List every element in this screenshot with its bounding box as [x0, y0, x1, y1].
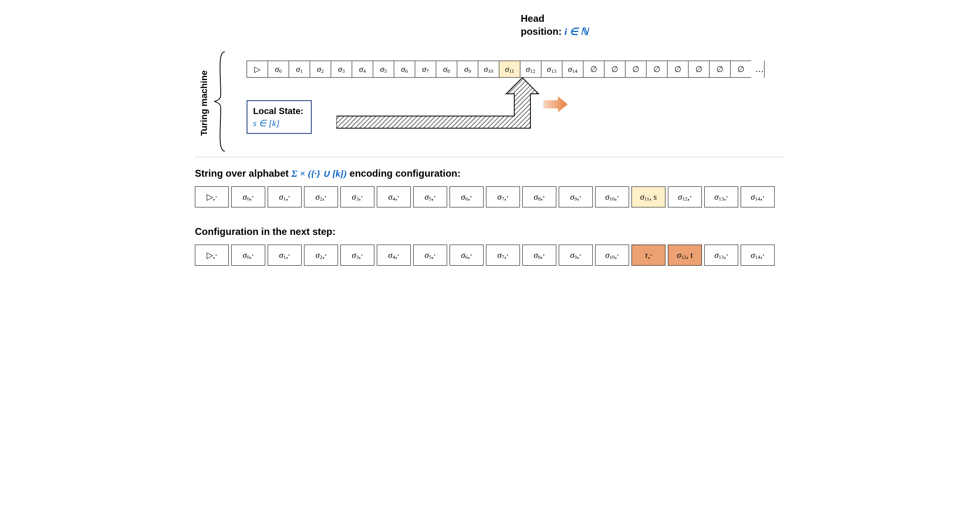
head-arrow-icon	[336, 78, 547, 130]
config-cell: σ13,·	[704, 186, 738, 207]
config-cell: σ10,·	[595, 245, 629, 266]
tape-cell: σ10	[478, 61, 499, 78]
config-cell: σ0,·	[231, 245, 265, 266]
config-cell: σ3,·	[340, 245, 374, 266]
tape-cell: σ1	[289, 61, 310, 78]
tape-cell: σ13	[541, 61, 562, 78]
config-cell: σ12, t	[668, 245, 702, 266]
tape-cell: σ9	[457, 61, 478, 78]
tape-cell: σ4	[352, 61, 373, 78]
local-state-title: Local State:	[253, 105, 304, 117]
tape-cell: σ8	[436, 61, 457, 78]
config-cell: σ8,·	[522, 245, 556, 266]
tape-cell: σ3	[331, 61, 352, 78]
config-cell: σ12,·	[668, 186, 702, 207]
tape-cell: ∅	[625, 61, 646, 78]
config-cell: τ,·	[632, 245, 665, 266]
tape-cell: σ2	[310, 61, 331, 78]
head-position-label: Head position: i ∈ ℕ	[521, 12, 588, 38]
config-cell: σ0,·	[231, 186, 265, 207]
tape-cell: ∅	[730, 61, 751, 78]
tape-cell: ∅	[583, 61, 604, 78]
config-cell: σ4,·	[377, 186, 411, 207]
tape-cell: σ0	[268, 61, 289, 78]
tape-cell: ∅	[646, 61, 667, 78]
head-label-line2: position: i ∈ ℕ	[521, 25, 588, 38]
config-cell: σ6,·	[450, 186, 484, 207]
config-cell: σ5,·	[413, 186, 447, 207]
turing-machine-panel: Turing machine Head position: i ∈ ℕ ▷σ0σ…	[195, 12, 785, 154]
tape-cell: σ5	[373, 61, 394, 78]
config-cell: σ8,·	[522, 186, 556, 207]
config-cell: σ2,·	[304, 245, 338, 266]
tape: ▷σ0σ1σ2σ3σ4σ5σ6σ7σ8σ9σ10σ11σ12σ13σ14∅∅∅∅…	[247, 61, 765, 78]
tape-ellipsis: …	[751, 61, 764, 78]
config-cell: σ1,·	[268, 245, 302, 266]
config-cell: ▷,·	[195, 245, 229, 266]
move-right-arrow-icon	[543, 95, 568, 113]
divider	[195, 157, 785, 157]
config-row-next: ▷,·σ0,·σ1,·σ2,·σ3,·σ4,·σ5,·σ6,·σ7,·σ8,·σ…	[195, 245, 785, 266]
tape-cell: σ6	[394, 61, 415, 78]
config-cell: σ6,·	[450, 245, 484, 266]
config-cell: σ1,·	[268, 186, 302, 207]
config-cell: σ2,·	[304, 186, 338, 207]
config-cell: σ9,·	[559, 186, 593, 207]
config-cell: σ4,·	[377, 245, 411, 266]
tape-cell: ∅	[688, 61, 709, 78]
config-cell: σ7,·	[486, 186, 520, 207]
config-cell: σ14,·	[741, 245, 775, 266]
config-cell: σ10,·	[595, 186, 629, 207]
section2-title: Configuration in the next step:	[195, 226, 785, 237]
section1-title: String over alphabet Σ × ({·} ∪ [k]) enc…	[195, 168, 785, 179]
tape-cell: σ12	[520, 61, 541, 78]
config-cell: σ5,·	[413, 245, 447, 266]
config-cell: σ7,·	[486, 245, 520, 266]
config-cell: σ3,·	[340, 186, 374, 207]
config-cell: σ14,·	[741, 186, 775, 207]
vertical-label: Turing machine	[198, 53, 210, 154]
config-cell: ▷,·	[195, 186, 229, 207]
local-state-box: Local State: s ∈ [k]	[247, 100, 312, 134]
tape-cell: ∅	[709, 61, 730, 78]
brace-icon	[213, 51, 226, 152]
vertical-label-text: Turing machine	[199, 70, 209, 136]
tape-cell: ▷	[247, 61, 268, 78]
config-cell: σ13,·	[704, 245, 738, 266]
config-cell: σ11, s	[632, 186, 665, 207]
tape-cell: σ11	[499, 61, 520, 78]
local-state-math: s ∈ [k]	[253, 117, 304, 129]
config-cell: σ9,·	[559, 245, 593, 266]
config-row-current: ▷,·σ0,·σ1,·σ2,·σ3,·σ4,·σ5,·σ6,·σ7,·σ8,·σ…	[195, 186, 785, 207]
head-label-line1: Head	[521, 12, 588, 25]
tape-cell: σ7	[415, 61, 436, 78]
tape-cell: ∅	[667, 61, 688, 78]
tape-cell: σ14	[562, 61, 583, 78]
tape-cell: ∅	[604, 61, 625, 78]
